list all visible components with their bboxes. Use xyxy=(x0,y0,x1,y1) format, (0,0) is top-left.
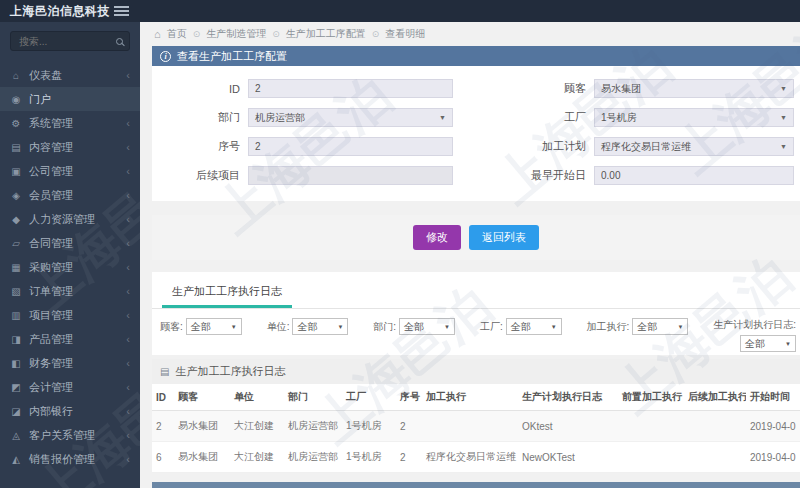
caret-down-icon: ▼ xyxy=(780,85,787,92)
chevron-left-icon: ‹ xyxy=(126,453,130,465)
sidebar-item-hr-mgmt[interactable]: ◆ 人力资源管理 ‹ xyxy=(0,207,140,231)
sidebar-item-finance-mgmt[interactable]: ◧ 财务管理 ‹ xyxy=(0,351,140,375)
processing-plan-select[interactable]: 程序化交易日常运维 ▼ xyxy=(594,137,794,156)
col-id: ID xyxy=(152,384,174,411)
sidebar-item-label: 人力资源管理 xyxy=(29,212,95,227)
filter-department: 部门: 全部 ▼ xyxy=(373,318,455,335)
caret-down-icon: ▼ xyxy=(439,114,446,121)
log-table: ID 顾客 单位 部门 工厂 序号 加工执行 生产计划执行日志 前置加工执行 后… xyxy=(152,384,800,473)
followup-project-field[interactable] xyxy=(248,166,453,185)
table-row[interactable]: 6 易水集团 大江创建 机房运营部 1号机房 2 程序化交易日常运维 NewOK… xyxy=(152,442,800,473)
cell-factory: 1号机房 xyxy=(342,411,396,442)
sidebar-item-accounting-mgmt[interactable]: ◩ 会计管理 ‹ xyxy=(0,375,140,399)
sidebar-item-label: 客户关系管理 xyxy=(29,428,95,443)
breadcrumb: ⌂ 首页 ⊙ 生产制造管理 ⊙ 生产加工工序配置 ⊙ 查看明细 xyxy=(140,22,800,46)
filter-unit: 单位: 全部 ▼ xyxy=(267,318,349,335)
sidebar-item-contract-mgmt[interactable]: ▱ 合同管理 ‹ xyxy=(0,231,140,255)
chevron-left-icon: ‹ xyxy=(126,165,130,177)
caret-down-icon: ▼ xyxy=(551,324,557,330)
member-icon: ◈ xyxy=(10,190,22,201)
sidebar-item-order-mgmt[interactable]: ▧ 订单管理 ‹ xyxy=(0,279,140,303)
cell-pre-exec xyxy=(618,411,684,442)
department-select-value: 机房运营部 xyxy=(255,111,305,125)
content-icon: ▤ xyxy=(10,142,22,153)
chevron-left-icon: ‹ xyxy=(126,69,130,81)
filter-customer-value: 全部 xyxy=(191,320,211,334)
company-icon: ▣ xyxy=(10,166,22,177)
sidebar-item-product-mgmt[interactable]: ◨ 产品管理 ‹ xyxy=(0,327,140,351)
sequence-field[interactable] xyxy=(248,137,453,156)
id-label: ID xyxy=(152,83,240,95)
sidebar-item-sales-quote-mgmt[interactable]: ◭ 销售报价管理 ‹ xyxy=(0,447,140,471)
sidebar-item-system-mgmt[interactable]: ⚙ 系统管理 ‹ xyxy=(0,111,140,135)
factory-select[interactable]: 1号机房 ▼ xyxy=(594,108,794,127)
breadcrumb-home[interactable]: 首页 xyxy=(167,27,187,41)
filter-unit-value: 全部 xyxy=(297,320,317,334)
sidebar-item-project-mgmt[interactable]: ▥ 项目管理 ‹ xyxy=(0,303,140,327)
search-input[interactable] xyxy=(17,35,116,48)
menu-toggle-icon[interactable] xyxy=(114,4,129,18)
next-section-bar xyxy=(152,482,800,488)
sidebar-item-label: 会计管理 xyxy=(29,380,73,395)
cell-post-exec xyxy=(684,442,746,473)
cell-id: 6 xyxy=(152,442,174,473)
filter-customer-label: 顾客: xyxy=(160,320,183,334)
filter-department-select[interactable]: 全部 ▼ xyxy=(399,318,455,335)
breadcrumb-dot-icon: ⊙ xyxy=(193,29,201,39)
sidebar-item-member-mgmt[interactable]: ◈ 会员管理 ‹ xyxy=(0,183,140,207)
chevron-left-icon: ‹ xyxy=(126,261,130,273)
chevron-left-icon: ‹ xyxy=(126,429,130,441)
col-sequence: 序号 xyxy=(396,384,422,411)
cell-processing-exec xyxy=(422,411,518,442)
home-icon: ⌂ xyxy=(154,28,161,40)
log-filters: 顾客: 全部 ▼ 单位: 全部 ▼ 部门: 全部 ▼ xyxy=(152,309,800,355)
table-row[interactable]: 2 易水集团 大江创建 机房运营部 1号机房 2 OKtest 2019-04-… xyxy=(152,411,800,442)
department-select[interactable]: 机房运营部 ▼ xyxy=(248,108,453,127)
filter-processing-exec: 加工执行: 全部 ▼ xyxy=(587,318,689,335)
col-unit: 单位 xyxy=(230,384,284,411)
sidebar-search[interactable] xyxy=(10,31,130,51)
brand-logo[interactable]: 上海邑泊信息科技 xyxy=(10,3,114,20)
sidebar-item-crm[interactable]: ◬ 客户关系管理 ‹ xyxy=(0,423,140,447)
filter-unit-select[interactable]: 全部 ▼ xyxy=(292,318,348,335)
sidebar-item-label: 仪表盘 xyxy=(29,68,62,83)
filter-plan-log-select[interactable]: 全部 ▼ xyxy=(740,335,796,352)
filter-processing-exec-select[interactable]: 全部 ▼ xyxy=(632,318,688,335)
filter-unit-label: 单位: xyxy=(267,320,290,334)
caret-down-icon: ▼ xyxy=(444,324,450,330)
sidebar-item-content-mgmt[interactable]: ▤ 内容管理 ‹ xyxy=(0,135,140,159)
cell-customer: 易水集团 xyxy=(174,411,230,442)
earliest-start-field[interactable] xyxy=(594,166,794,185)
customer-select[interactable]: 易水集团 ▼ xyxy=(594,79,794,98)
chevron-left-icon: ‹ xyxy=(126,117,130,129)
filter-department-label: 部门: xyxy=(373,320,396,334)
back-to-list-button[interactable]: 返回列表 xyxy=(469,225,539,250)
detail-panel: i 查看生产加工工序配置 ID 顾客 易水集团 ▼ 部门 机房运营部 ▼ 工厂 xyxy=(152,46,800,488)
breadcrumb-production-mgmt[interactable]: 生产制造管理 xyxy=(206,27,266,41)
cell-factory: 1号机房 xyxy=(342,442,396,473)
col-plan-log: 生产计划执行日志 xyxy=(518,384,618,411)
chevron-left-icon: ‹ xyxy=(126,285,130,297)
breadcrumb-view-detail[interactable]: 查看明细 xyxy=(385,27,425,41)
sidebar-item-portal[interactable]: ◉ 门户 xyxy=(0,87,140,111)
filter-customer-select[interactable]: 全部 ▼ xyxy=(186,318,242,335)
filter-factory-value: 全部 xyxy=(511,320,531,334)
sidebar-item-label: 订单管理 xyxy=(29,284,73,299)
sidebar-item-company-mgmt[interactable]: ▣ 公司管理 ‹ xyxy=(0,159,140,183)
id-field[interactable] xyxy=(248,79,453,98)
modify-button[interactable]: 修改 xyxy=(413,225,461,250)
sidebar-item-label: 采购管理 xyxy=(29,260,73,275)
sidebar-item-dashboard[interactable]: ⌂ 仪表盘 ‹ xyxy=(0,63,140,87)
quote-icon: ◭ xyxy=(10,454,22,465)
caret-down-icon: ▼ xyxy=(231,324,237,330)
search-icon[interactable] xyxy=(116,38,123,45)
factory-select-value: 1号机房 xyxy=(601,111,637,125)
breadcrumb-process-config[interactable]: 生产加工工序配置 xyxy=(286,27,366,41)
filter-plan-log-label: 生产计划执行日志: xyxy=(713,318,796,332)
sidebar-item-internal-bank[interactable]: ◪ 内部银行 ‹ xyxy=(0,399,140,423)
sidebar-item-procurement-mgmt[interactable]: ▦ 采购管理 ‹ xyxy=(0,255,140,279)
filter-factory-select[interactable]: 全部 ▼ xyxy=(506,318,562,335)
tab-execution-log[interactable]: 生产加工工序执行日志 xyxy=(162,281,292,308)
detail-tab-bar: 生产加工工序执行日志 xyxy=(152,272,800,309)
chevron-left-icon: ‹ xyxy=(126,405,130,417)
